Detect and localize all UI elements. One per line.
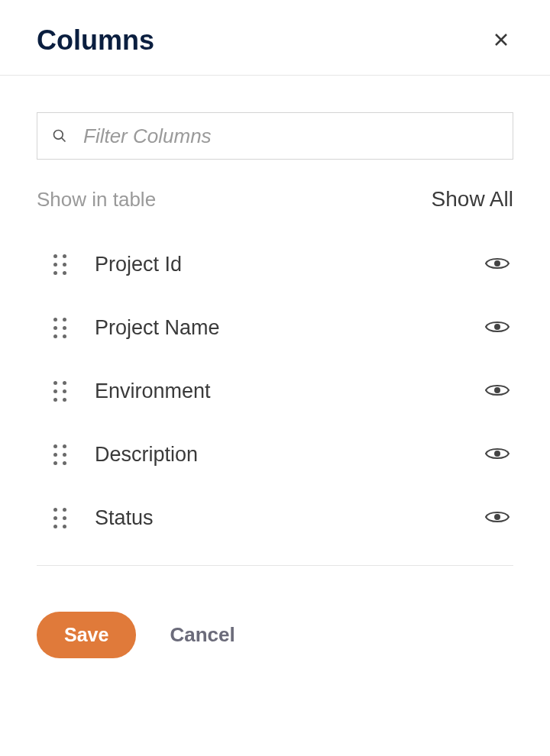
show-all-button[interactable]: Show All [432, 187, 513, 212]
search-wrapper [37, 112, 513, 160]
drag-handle-icon[interactable] [53, 444, 67, 466]
dialog-footer: Save Cancel [0, 566, 550, 658]
save-button[interactable]: Save [37, 612, 136, 658]
dialog-title: Columns [37, 24, 154, 57]
column-label: Description [95, 443, 481, 467]
dialog-content: Show in table Show All Project Id Projec… [0, 76, 550, 566]
column-item-status: Status [37, 486, 513, 550]
eye-icon [484, 444, 510, 465]
list-header: Show in table Show All [37, 187, 513, 212]
drag-handle-icon[interactable] [53, 318, 67, 339]
drag-handle-icon[interactable] [53, 381, 67, 402]
svg-point-4 [494, 260, 500, 267]
eye-icon [484, 508, 510, 528]
column-label: Project Name [95, 316, 481, 340]
svg-point-5 [494, 324, 500, 330]
svg-point-8 [494, 514, 500, 520]
visibility-toggle[interactable] [481, 505, 513, 531]
dialog-header: Columns [0, 0, 550, 76]
close-button[interactable] [489, 27, 513, 54]
drag-handle-icon[interactable] [53, 508, 67, 529]
eye-icon [484, 318, 510, 338]
visibility-toggle[interactable] [481, 251, 513, 278]
column-item-description: Description [37, 423, 513, 486]
svg-point-7 [494, 451, 500, 457]
column-item-project-id: Project Id [37, 233, 513, 296]
visibility-toggle[interactable] [481, 315, 513, 341]
eye-icon [484, 381, 510, 402]
filter-columns-input[interactable] [37, 112, 513, 160]
close-icon [492, 31, 510, 51]
cancel-button[interactable]: Cancel [170, 623, 235, 647]
column-label: Status [95, 506, 481, 530]
column-label: Project Id [95, 253, 481, 276]
visibility-toggle[interactable] [481, 441, 513, 468]
column-label: Environment [95, 380, 481, 403]
column-item-project-name: Project Name [37, 296, 513, 360]
column-item-environment: Environment [37, 360, 513, 423]
eye-icon [484, 254, 510, 275]
show-in-table-label: Show in table [37, 188, 156, 212]
drag-handle-icon[interactable] [53, 254, 67, 276]
svg-point-6 [494, 387, 500, 393]
visibility-toggle[interactable] [481, 378, 513, 405]
column-list: Project Id Project Name [37, 233, 513, 550]
